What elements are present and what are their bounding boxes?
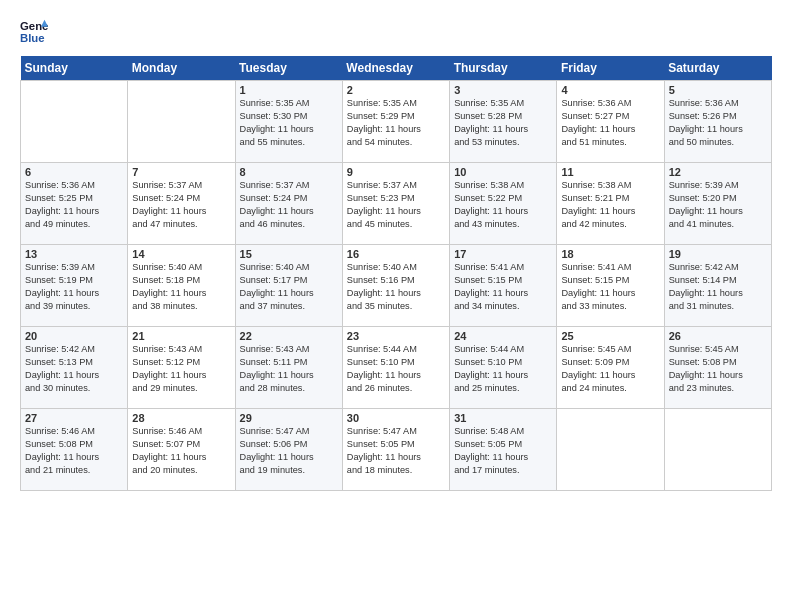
day-number: 21 — [132, 330, 230, 342]
day-info: Sunrise: 5:38 AM Sunset: 5:22 PM Dayligh… — [454, 179, 552, 231]
calendar-cell: 11Sunrise: 5:38 AM Sunset: 5:21 PM Dayli… — [557, 163, 664, 245]
calendar-cell: 14Sunrise: 5:40 AM Sunset: 5:18 PM Dayli… — [128, 245, 235, 327]
weekday-header-row: SundayMondayTuesdayWednesdayThursdayFrid… — [21, 56, 772, 81]
day-number: 3 — [454, 84, 552, 96]
day-info: Sunrise: 5:35 AM Sunset: 5:28 PM Dayligh… — [454, 97, 552, 149]
calendar-cell: 18Sunrise: 5:41 AM Sunset: 5:15 PM Dayli… — [557, 245, 664, 327]
calendar-week-2: 6Sunrise: 5:36 AM Sunset: 5:25 PM Daylig… — [21, 163, 772, 245]
day-number: 23 — [347, 330, 445, 342]
calendar-week-3: 13Sunrise: 5:39 AM Sunset: 5:19 PM Dayli… — [21, 245, 772, 327]
calendar-cell: 16Sunrise: 5:40 AM Sunset: 5:16 PM Dayli… — [342, 245, 449, 327]
day-info: Sunrise: 5:37 AM Sunset: 5:24 PM Dayligh… — [240, 179, 338, 231]
calendar-week-5: 27Sunrise: 5:46 AM Sunset: 5:08 PM Dayli… — [21, 409, 772, 491]
day-number: 24 — [454, 330, 552, 342]
calendar-cell: 30Sunrise: 5:47 AM Sunset: 5:05 PM Dayli… — [342, 409, 449, 491]
day-info: Sunrise: 5:37 AM Sunset: 5:24 PM Dayligh… — [132, 179, 230, 231]
day-info: Sunrise: 5:46 AM Sunset: 5:07 PM Dayligh… — [132, 425, 230, 477]
day-number: 2 — [347, 84, 445, 96]
day-info: Sunrise: 5:41 AM Sunset: 5:15 PM Dayligh… — [454, 261, 552, 313]
day-number: 9 — [347, 166, 445, 178]
calendar-cell — [21, 81, 128, 163]
calendar-cell: 12Sunrise: 5:39 AM Sunset: 5:20 PM Dayli… — [664, 163, 771, 245]
calendar-table: SundayMondayTuesdayWednesdayThursdayFrid… — [20, 56, 772, 491]
calendar-cell: 25Sunrise: 5:45 AM Sunset: 5:09 PM Dayli… — [557, 327, 664, 409]
day-info: Sunrise: 5:48 AM Sunset: 5:05 PM Dayligh… — [454, 425, 552, 477]
day-number: 31 — [454, 412, 552, 424]
day-number: 29 — [240, 412, 338, 424]
day-info: Sunrise: 5:37 AM Sunset: 5:23 PM Dayligh… — [347, 179, 445, 231]
calendar-cell: 2Sunrise: 5:35 AM Sunset: 5:29 PM Daylig… — [342, 81, 449, 163]
day-info: Sunrise: 5:35 AM Sunset: 5:29 PM Dayligh… — [347, 97, 445, 149]
calendar-cell: 23Sunrise: 5:44 AM Sunset: 5:10 PM Dayli… — [342, 327, 449, 409]
day-info: Sunrise: 5:35 AM Sunset: 5:30 PM Dayligh… — [240, 97, 338, 149]
logo-icon: General Blue — [20, 18, 48, 46]
day-number: 6 — [25, 166, 123, 178]
calendar-cell — [557, 409, 664, 491]
day-info: Sunrise: 5:45 AM Sunset: 5:09 PM Dayligh… — [561, 343, 659, 395]
day-number: 15 — [240, 248, 338, 260]
day-info: Sunrise: 5:39 AM Sunset: 5:20 PM Dayligh… — [669, 179, 767, 231]
calendar-cell: 4Sunrise: 5:36 AM Sunset: 5:27 PM Daylig… — [557, 81, 664, 163]
day-info: Sunrise: 5:40 AM Sunset: 5:18 PM Dayligh… — [132, 261, 230, 313]
day-info: Sunrise: 5:40 AM Sunset: 5:16 PM Dayligh… — [347, 261, 445, 313]
day-number: 22 — [240, 330, 338, 342]
calendar-cell: 22Sunrise: 5:43 AM Sunset: 5:11 PM Dayli… — [235, 327, 342, 409]
calendar-cell: 20Sunrise: 5:42 AM Sunset: 5:13 PM Dayli… — [21, 327, 128, 409]
day-number: 12 — [669, 166, 767, 178]
calendar-cell: 24Sunrise: 5:44 AM Sunset: 5:10 PM Dayli… — [450, 327, 557, 409]
day-info: Sunrise: 5:47 AM Sunset: 5:05 PM Dayligh… — [347, 425, 445, 477]
day-info: Sunrise: 5:42 AM Sunset: 5:13 PM Dayligh… — [25, 343, 123, 395]
calendar-cell: 6Sunrise: 5:36 AM Sunset: 5:25 PM Daylig… — [21, 163, 128, 245]
day-number: 7 — [132, 166, 230, 178]
calendar-cell — [664, 409, 771, 491]
calendar-cell: 10Sunrise: 5:38 AM Sunset: 5:22 PM Dayli… — [450, 163, 557, 245]
calendar-cell: 26Sunrise: 5:45 AM Sunset: 5:08 PM Dayli… — [664, 327, 771, 409]
calendar-cell: 15Sunrise: 5:40 AM Sunset: 5:17 PM Dayli… — [235, 245, 342, 327]
calendar-cell: 1Sunrise: 5:35 AM Sunset: 5:30 PM Daylig… — [235, 81, 342, 163]
calendar-cell: 9Sunrise: 5:37 AM Sunset: 5:23 PM Daylig… — [342, 163, 449, 245]
weekday-header-monday: Monday — [128, 56, 235, 81]
calendar-cell: 19Sunrise: 5:42 AM Sunset: 5:14 PM Dayli… — [664, 245, 771, 327]
weekday-header-wednesday: Wednesday — [342, 56, 449, 81]
weekday-header-friday: Friday — [557, 56, 664, 81]
day-info: Sunrise: 5:36 AM Sunset: 5:27 PM Dayligh… — [561, 97, 659, 149]
day-number: 25 — [561, 330, 659, 342]
page-header: General Blue — [20, 18, 772, 46]
day-number: 13 — [25, 248, 123, 260]
calendar-cell: 28Sunrise: 5:46 AM Sunset: 5:07 PM Dayli… — [128, 409, 235, 491]
weekday-header-sunday: Sunday — [21, 56, 128, 81]
day-number: 16 — [347, 248, 445, 260]
calendar-cell: 27Sunrise: 5:46 AM Sunset: 5:08 PM Dayli… — [21, 409, 128, 491]
calendar-cell: 21Sunrise: 5:43 AM Sunset: 5:12 PM Dayli… — [128, 327, 235, 409]
calendar-cell — [128, 81, 235, 163]
calendar-cell: 13Sunrise: 5:39 AM Sunset: 5:19 PM Dayli… — [21, 245, 128, 327]
day-info: Sunrise: 5:46 AM Sunset: 5:08 PM Dayligh… — [25, 425, 123, 477]
day-number: 26 — [669, 330, 767, 342]
day-number: 30 — [347, 412, 445, 424]
weekday-header-tuesday: Tuesday — [235, 56, 342, 81]
day-info: Sunrise: 5:43 AM Sunset: 5:12 PM Dayligh… — [132, 343, 230, 395]
calendar-cell: 29Sunrise: 5:47 AM Sunset: 5:06 PM Dayli… — [235, 409, 342, 491]
day-info: Sunrise: 5:43 AM Sunset: 5:11 PM Dayligh… — [240, 343, 338, 395]
day-number: 11 — [561, 166, 659, 178]
calendar-cell: 3Sunrise: 5:35 AM Sunset: 5:28 PM Daylig… — [450, 81, 557, 163]
day-number: 5 — [669, 84, 767, 96]
day-number: 1 — [240, 84, 338, 96]
calendar-week-4: 20Sunrise: 5:42 AM Sunset: 5:13 PM Dayli… — [21, 327, 772, 409]
day-number: 8 — [240, 166, 338, 178]
day-number: 27 — [25, 412, 123, 424]
day-info: Sunrise: 5:45 AM Sunset: 5:08 PM Dayligh… — [669, 343, 767, 395]
day-number: 28 — [132, 412, 230, 424]
calendar-cell: 5Sunrise: 5:36 AM Sunset: 5:26 PM Daylig… — [664, 81, 771, 163]
page-container: General Blue SundayMondayTuesdayWednesda… — [0, 0, 792, 501]
day-number: 19 — [669, 248, 767, 260]
day-info: Sunrise: 5:41 AM Sunset: 5:15 PM Dayligh… — [561, 261, 659, 313]
calendar-cell: 8Sunrise: 5:37 AM Sunset: 5:24 PM Daylig… — [235, 163, 342, 245]
day-info: Sunrise: 5:47 AM Sunset: 5:06 PM Dayligh… — [240, 425, 338, 477]
day-number: 18 — [561, 248, 659, 260]
day-number: 4 — [561, 84, 659, 96]
weekday-header-thursday: Thursday — [450, 56, 557, 81]
day-info: Sunrise: 5:44 AM Sunset: 5:10 PM Dayligh… — [347, 343, 445, 395]
day-number: 20 — [25, 330, 123, 342]
calendar-cell: 17Sunrise: 5:41 AM Sunset: 5:15 PM Dayli… — [450, 245, 557, 327]
